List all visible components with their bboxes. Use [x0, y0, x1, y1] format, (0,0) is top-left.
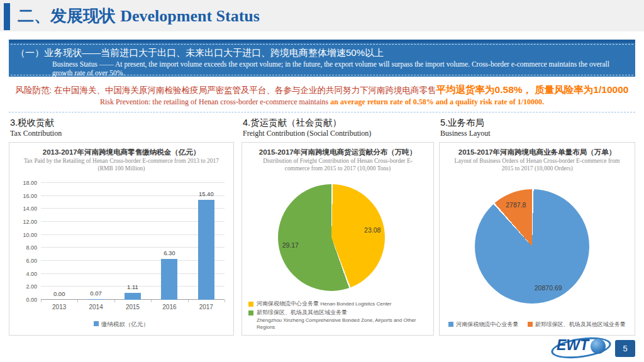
x-axis-label: 2015 — [126, 304, 140, 310]
pie-value-label: 23.08 — [364, 226, 380, 234]
chart-title-en: Tax Paid by the Retailing of Henan Cross… — [9, 158, 233, 173]
x-axis-label: 2017 — [199, 304, 213, 310]
y-axis-tick: 2.00 — [26, 283, 37, 290]
bar-plot: 0.002.004.006.008.0010.0012.0014.0016.00… — [41, 183, 225, 300]
panel-freight-contribution: 2015-2017年河南跨境电商货运贡献分布（万吨） Distribution … — [242, 142, 434, 336]
pie-value-label: 20870.69 — [535, 284, 562, 292]
legend-label-zh: 新郑综保区、机场及其他区域业务量 — [535, 321, 626, 327]
x-axis-tick — [151, 300, 152, 302]
legend-text: 河南保税物流中心业务量 Henan Bonded Logistics Cente… — [257, 300, 391, 308]
orders-legend: 河南保税物流中心业务量 新郑综保区、机场及其他区域业务量 — [440, 321, 635, 329]
x-axis-label: 2013 — [52, 304, 66, 310]
legend-item: 河南保税物流中心业务量 — [448, 321, 518, 329]
globe-icon — [591, 339, 606, 354]
page-title: 二、发展现状 Development Status — [18, 5, 260, 27]
banner-heading-zh: （一）业务现状——当前进口大于出口、未来出口大于进口、跨境电商整体增速50%以上 — [11, 45, 633, 59]
pie-orders: 20870.692787.8 — [475, 189, 589, 304]
bar-value-label: 15.40 — [199, 190, 214, 197]
y-axis-tick: 18.00 — [23, 180, 37, 186]
legend-label-zh: 河南保税物流中心业务量 — [456, 321, 518, 327]
legend-label-en: Henan Bonded Logistics Center — [321, 301, 392, 307]
x-axis-tick — [225, 300, 225, 302]
bar-value-label: 1.11 — [127, 283, 138, 290]
chart-title-zh: 2013-2017年河南跨境电商零售缴纳税金（亿元） — [9, 148, 233, 157]
gridline — [41, 247, 225, 248]
chart-title-en: Distribution of Freight Contribution of … — [242, 158, 433, 173]
risk-zh-highlight: 平均退货率为0.58%， 质量风险率为1/10000 — [436, 84, 629, 95]
bar-value-label: 0.00 — [53, 290, 65, 297]
x-axis-label: 2016 — [162, 304, 176, 310]
section-banner-inner: （一）业务现状——当前进口大于出口、未来出口大于进口、跨境电商整体增速50%以上… — [11, 44, 633, 75]
pie-value-label: 29.17 — [282, 241, 299, 249]
chart-title-zh: 2015-2017年河南跨境电商业务单量布局（万单） — [440, 148, 635, 157]
chart-title-block: 2013-2017年河南跨境电商零售缴纳税金（亿元） Tax Paid by t… — [9, 143, 233, 173]
x-axis-tick — [77, 300, 78, 302]
gridline — [41, 234, 225, 235]
section-title-zh: 4.货运贡献（社会贡献） — [243, 117, 371, 129]
legend-swatch — [448, 322, 453, 327]
bar-value-label: 6.30 — [164, 250, 175, 256]
logo-text: EWT — [557, 337, 589, 354]
legend-label-en: Zhengzhou Xinzheng Comprehensive Bonded … — [257, 317, 416, 331]
x-axis-label: 2014 — [89, 304, 103, 310]
gridline — [41, 221, 225, 222]
legend-item: 新郑综保区、机场及其他区域业务量 — [528, 321, 626, 329]
ewto-logo: EWT — [551, 333, 611, 358]
pie-freight: 23.0829.17 — [278, 184, 385, 291]
y-axis-tick: 16.00 — [23, 193, 37, 199]
risk-note: 风险防范: 在中国海关、中国海关原河南检验检疫局严密监管及平台、各参与企业的共同… — [0, 84, 644, 107]
chart-title-zh: 2015-2017年河南跨境电商货运贡献分布（万吨） — [242, 148, 433, 157]
section-title-en: Freight Contribution (Social Contributio… — [243, 129, 371, 138]
section-header-tax: 3.税收贡献 Tax Contribution — [10, 117, 62, 138]
bar — [88, 299, 104, 300]
legend-swatch — [94, 321, 99, 326]
bar-legend: 缴纳税款（亿元） — [9, 321, 233, 329]
x-axis-tick — [114, 300, 115, 302]
gridline — [41, 260, 225, 261]
gridline — [41, 208, 225, 209]
section-banner: （一）业务现状——当前进口大于出口、未来出口大于进口、跨境电商整体增速50%以上… — [9, 40, 635, 77]
banner-heading-en: Business Status —— At present, the impor… — [11, 59, 633, 77]
dashed-divider — [9, 112, 635, 112]
section-title-en: Business Layout — [440, 129, 491, 138]
risk-note-en: Risk Prevention: the retailing of Henan … — [0, 97, 644, 107]
page-number-badge: 5 — [615, 340, 635, 357]
legend-label-zh: 新郑综保区、机场及其他区域业务量 — [257, 309, 347, 315]
section-title-zh: 3.税收贡献 — [10, 117, 62, 129]
y-axis-tick: 14.00 — [23, 206, 37, 212]
bar — [198, 200, 214, 300]
gridline — [41, 273, 225, 274]
section-header-layout: 5.业务布局 Business Layout — [440, 117, 491, 138]
section-header-freight: 4.货运贡献（社会贡献） Freight Contribution (Socia… — [243, 117, 371, 138]
gridline — [41, 195, 225, 196]
chart-title-block: 2015-2017年河南跨境电商业务单量布局（万单） Layout of Bus… — [440, 143, 635, 173]
x-axis-tick — [188, 300, 189, 302]
legend-label-zh: 河南保税物流中心业务量 — [257, 300, 319, 307]
page-title-en: Development Status — [120, 7, 260, 25]
y-axis-tick: 10.00 — [23, 232, 37, 238]
y-axis-tick: 12.00 — [23, 219, 37, 225]
page-title-zh: 二、发展现状 — [18, 6, 116, 25]
panel-tax-contribution: 2013-2017年河南跨境电商零售缴纳税金（亿元） Tax Paid by t… — [9, 142, 234, 336]
title-accent-bar — [4, 3, 10, 30]
panel-business-layout: 2015-2017年河南跨境电商业务单量布局（万单） Layout of Bus… — [439, 142, 635, 336]
chart-title-en: Layout of Business Orders of Henan Cross… — [440, 158, 635, 173]
legend-item: 河南保税物流中心业务量 Henan Bonded Logistics Cente… — [248, 300, 430, 308]
bar-value-label: 0.07 — [90, 290, 102, 297]
freight-legend: 河南保税物流中心业务量 Henan Bonded Logistics Cente… — [248, 299, 430, 331]
risk-zh-normal: 风险防范: 在中国海关、中国海关原河南检验检疫局严密监管及平台、各参与企业的共同… — [16, 85, 436, 95]
bar — [125, 293, 141, 300]
y-axis-tick: 8.00 — [26, 244, 37, 251]
slide: 二、发展现状 Development Status （一）业务现状——当前进口大… — [0, 0, 644, 362]
gridline — [41, 182, 225, 183]
section-title-zh: 5.业务布局 — [440, 117, 491, 129]
risk-note-zh: 风险防范: 在中国海关、中国海关原河南检验检疫局严密监管及平台、各参与企业的共同… — [0, 84, 644, 97]
legend-item: 新郑综保区、机场及其他区域业务量Zhengzhou Xinzheng Compr… — [248, 309, 430, 331]
section-title-en: Tax Contribution — [10, 129, 62, 138]
y-axis-tick: 4.00 — [26, 271, 37, 277]
risk-en-highlight: an average return rate of 0.58% and a qu… — [330, 97, 544, 106]
x-axis-tick — [41, 300, 42, 302]
legend-swatch — [528, 322, 533, 327]
legend-label: 缴纳税款（亿元） — [101, 321, 149, 327]
bar — [161, 259, 177, 300]
